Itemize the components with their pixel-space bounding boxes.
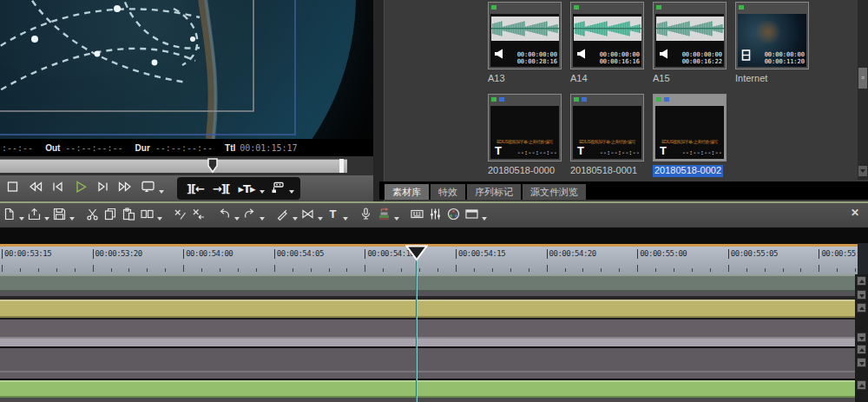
paste-button[interactable] [120, 206, 138, 225]
audio-mixer-button[interactable] [426, 206, 444, 225]
export-button[interactable] [375, 206, 393, 225]
title-t-icon: T [660, 144, 667, 157]
track-up-button[interactable] [857, 276, 866, 286]
set-in-point-button[interactable]: ][← [182, 182, 208, 195]
clip-card-A15[interactable]: 00:00:00:00 00:00:16:22 [653, 2, 727, 69]
clip-card-20180518-0002[interactable]: EDIUS视频加字幕-之美经验-编写 T --:--:--:-- [653, 94, 727, 161]
ruler-tick [710, 268, 711, 272]
undo-button[interactable] [215, 206, 233, 225]
track-up-button[interactable] [857, 380, 866, 390]
clip-label-Internet[interactable]: Internet [735, 73, 767, 85]
play-button[interactable] [69, 179, 90, 198]
title-button[interactable]: T [324, 206, 342, 225]
clip-card-A14[interactable]: 00:00:00:00 00:00:16:16 [570, 2, 644, 69]
voiceover-mic-icon [358, 207, 373, 225]
timeline-clip[interactable] [0, 274, 855, 292]
green-status-dot [656, 5, 661, 10]
color-correction-button[interactable] [444, 206, 463, 225]
tab-序列标记[interactable]: 序列标记 [467, 184, 521, 200]
save-project-dropdown[interactable] [69, 217, 75, 221]
sequence-button[interactable] [267, 179, 288, 198]
clip-label-20180518-0000[interactable]: 20180518-0000 [488, 165, 555, 177]
title-dropdown[interactable] [343, 217, 348, 221]
timeline-track-band[interactable] [0, 398, 855, 402]
waveform-image [574, 16, 641, 44]
open-project-button[interactable] [25, 206, 43, 225]
new-sequence-button[interactable] [0, 206, 18, 225]
track-up-button[interactable] [857, 345, 866, 354]
new-sequence-dropdown[interactable] [19, 217, 24, 221]
scrubber-track[interactable] [0, 159, 347, 173]
copy-button[interactable] [102, 206, 120, 225]
timeline-track-band[interactable] [0, 372, 855, 379]
ruler-tick [111, 268, 112, 272]
timeline-ruler[interactable]: 00:00:53:1500:00:53:2000:00:54:0000:00:5… [0, 247, 858, 274]
cut-button[interactable] [83, 206, 102, 225]
undo-dropdown[interactable] [234, 217, 240, 221]
bin-scrollbar[interactable]: ≡ [858, 0, 868, 180]
add-cut-point-button[interactable] [273, 206, 292, 225]
clip-card-20180518-0001[interactable]: EDIUS视频加字幕-之美经验-编写 T --:--:--:-- [570, 94, 644, 161]
tab-素材库[interactable]: 素材库 [385, 184, 429, 200]
timeline-tracks[interactable] [0, 274, 855, 402]
title-caption-text: EDIUS视频加字幕-之美经验-编写 [492, 139, 557, 144]
clip-label-A13[interactable]: A13 [488, 73, 505, 85]
sequence-dropdown[interactable] [289, 190, 294, 194]
jump-dropdown[interactable] [260, 190, 265, 194]
set-out-point-button[interactable]: →][ [208, 182, 234, 195]
close-icon[interactable]: ✕ [851, 207, 859, 219]
clip-card-20180518-0000[interactable]: EDIUS视频加字幕-之美经验-编写 T --:--:--:-- [488, 94, 562, 161]
panel-layout-button[interactable] [463, 206, 481, 225]
clip-in-timecode: 00:00:00:00 [765, 51, 805, 58]
clip-label-A15[interactable]: A15 [653, 73, 670, 85]
track-down-button[interactable] [857, 358, 866, 367]
rewind-button[interactable] [24, 179, 45, 198]
next-frame-button[interactable] [92, 179, 113, 198]
clip-label-20180518-0002[interactable]: 20180518-0002 [653, 165, 723, 177]
open-project-dropdown[interactable] [44, 217, 49, 221]
playhead-handle[interactable] [405, 245, 428, 261]
loop-dropdown[interactable] [159, 190, 164, 194]
panel-layout-dropdown[interactable] [482, 217, 487, 221]
export-dropdown[interactable] [394, 217, 399, 221]
clip-card-Internet[interactable]: 00:00:00:00 00:00:11:20 [735, 2, 809, 69]
fast-forward-button[interactable] [115, 179, 135, 198]
transition-icon [300, 207, 315, 225]
clip-label-20180518-0001[interactable]: 20180518-0001 [570, 165, 637, 177]
voiceover-mic-button[interactable] [357, 206, 375, 225]
delete-in-out-button[interactable] [189, 206, 207, 225]
redo-dropdown[interactable] [260, 217, 265, 221]
tab-源文件浏览[interactable]: 源文件浏览 [523, 184, 586, 200]
timeline-clip[interactable] [0, 380, 855, 398]
prev-frame-button[interactable] [47, 179, 68, 198]
track-up-button[interactable] [857, 303, 866, 313]
title-thumbnail: EDIUS视频加字幕-之美经验-编写 T --:--:--:-- [655, 106, 724, 159]
track-down-button[interactable] [857, 290, 866, 300]
timeline-track-band[interactable] [0, 320, 855, 337]
bin-scroll-down-button[interactable] [858, 166, 867, 176]
add-cut-point-dropdown[interactable] [293, 217, 298, 221]
timeline-clip[interactable] [0, 300, 855, 318]
tab-特效[interactable]: 特效 [431, 184, 465, 200]
transition-dropdown[interactable] [318, 217, 323, 221]
stop-button[interactable] [2, 179, 23, 198]
jump-to-cursor-button[interactable]: ▸T▸ [234, 182, 260, 195]
transition-button[interactable] [299, 206, 317, 225]
timeline-track-band[interactable] [0, 348, 855, 371]
ripple-delete-button[interactable] [171, 206, 189, 225]
duplicate-button[interactable] [138, 206, 156, 225]
keyboard-grid-button[interactable] [408, 206, 426, 225]
card-header [654, 95, 726, 104]
redo-button[interactable] [240, 206, 259, 225]
save-project-button[interactable] [50, 206, 69, 225]
clip-label-A14[interactable]: A14 [570, 73, 588, 85]
bin-scrollbar-thumb[interactable]: ≡ [858, 68, 867, 89]
clip-card-A13[interactable]: 00:00:00:00 00:00:28:16 [488, 2, 562, 69]
duplicate-dropdown[interactable] [157, 217, 162, 221]
scrubber-playhead[interactable] [207, 158, 219, 174]
loop-button[interactable] [137, 179, 158, 198]
timeline-track-band[interactable] [0, 339, 855, 346]
track-down-button[interactable] [857, 333, 866, 342]
card-header [571, 95, 643, 104]
pane-divider[interactable] [373, 0, 385, 201]
